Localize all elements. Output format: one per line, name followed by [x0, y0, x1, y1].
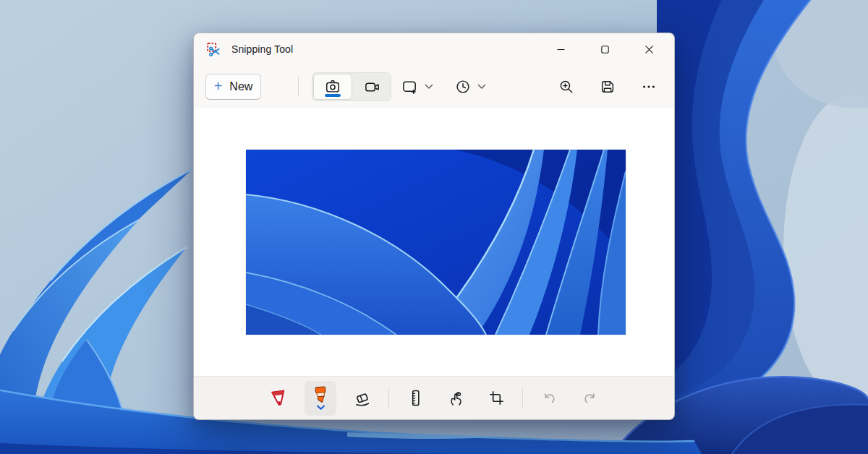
divider	[298, 77, 299, 96]
crop-tool[interactable]	[482, 384, 511, 413]
highlighter-icon	[312, 386, 329, 404]
main-toolbar: + New	[194, 65, 674, 108]
minimize-icon	[557, 46, 565, 53]
zoom-icon	[558, 79, 574, 95]
camera-icon	[325, 79, 341, 95]
undo-button[interactable]	[535, 384, 563, 413]
chevron-down-icon	[316, 405, 326, 411]
close-icon	[645, 46, 653, 53]
highlighter-tool[interactable]	[305, 381, 336, 416]
snipping-tool-logo-icon	[206, 42, 221, 57]
new-snip-button[interactable]: + New	[205, 74, 261, 100]
save-icon	[600, 79, 616, 95]
eraser-icon	[354, 390, 371, 407]
ruler-icon	[407, 389, 424, 407]
window-title: Snipping Tool	[231, 43, 293, 55]
video-snip-mode-button[interactable]	[353, 73, 391, 100]
chevron-down-icon	[477, 84, 486, 90]
video-camera-icon	[364, 79, 380, 95]
delay-selector[interactable]	[449, 72, 492, 101]
maximize-button[interactable]	[588, 35, 621, 63]
clock-icon	[455, 79, 471, 95]
rectangle-snip-icon	[401, 79, 418, 95]
eraser-tool[interactable]	[348, 384, 377, 413]
divider	[388, 388, 389, 408]
more-options-icon	[641, 79, 657, 95]
divider	[522, 388, 523, 408]
touch-writing-icon	[447, 390, 464, 407]
redo-button[interactable]	[575, 384, 604, 413]
zoom-button[interactable]	[552, 72, 581, 101]
minimize-button[interactable]	[544, 35, 577, 63]
more-options-button[interactable]	[634, 72, 663, 101]
close-button[interactable]	[632, 35, 665, 63]
desktop: Snipping Tool + New	[0, 0, 868, 454]
titlebar[interactable]: Snipping Tool	[194, 33, 674, 65]
capture-mode-toggle	[312, 72, 391, 101]
maximize-icon	[601, 46, 609, 53]
photo-snip-mode-button[interactable]	[313, 74, 352, 100]
crop-icon	[488, 390, 505, 406]
new-button-label: New	[229, 80, 252, 93]
snipping-tool-window: Snipping Tool + New	[193, 33, 675, 420]
snip-shape-selector[interactable]	[396, 72, 439, 101]
chevron-down-icon	[425, 84, 433, 90]
snip-canvas	[194, 108, 674, 377]
ruler-tool[interactable]	[401, 384, 430, 413]
caption-buttons	[544, 33, 665, 65]
save-button[interactable]	[593, 72, 622, 101]
touch-writing-tool[interactable]	[441, 384, 470, 413]
toolbar-actions	[552, 72, 663, 101]
selected-mode-indicator	[325, 94, 341, 97]
ballpoint-pen-tool[interactable]	[264, 384, 293, 413]
ballpoint-pen-icon	[271, 388, 287, 408]
plus-icon: +	[214, 79, 223, 93]
captured-screenshot	[246, 150, 626, 335]
annotation-toolbar	[194, 376, 674, 419]
redo-icon	[582, 390, 598, 406]
undo-icon	[541, 390, 558, 406]
